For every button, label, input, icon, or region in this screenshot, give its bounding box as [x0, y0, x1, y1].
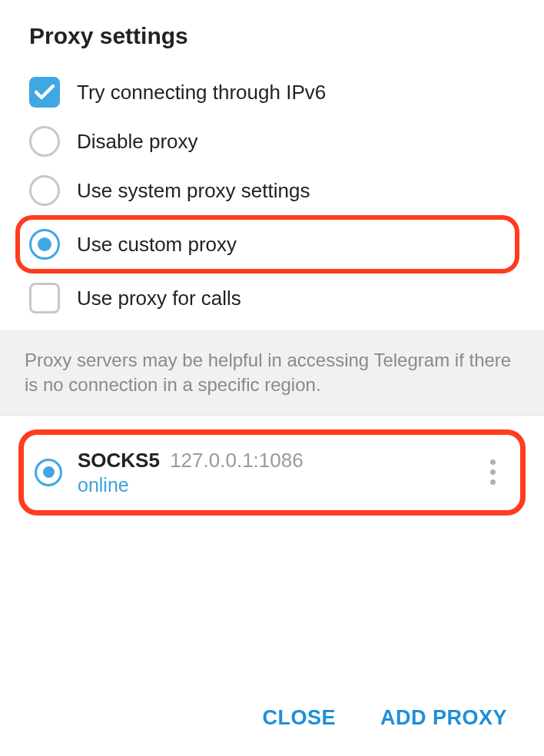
- close-button[interactable]: CLOSE: [262, 706, 336, 730]
- option-custom-proxy[interactable]: Use custom proxy: [15, 215, 519, 274]
- option-label: Use proxy for calls: [77, 287, 241, 310]
- option-ipv6[interactable]: Try connecting through IPv6: [29, 68, 515, 117]
- proxy-info: SOCKS5 127.0.0.1:1086 online: [78, 449, 482, 496]
- checkbox-unchecked-icon: [29, 283, 60, 313]
- info-text: Proxy servers may be helpful in accessin…: [0, 330, 544, 416]
- proxy-address: 127.0.0.1:1086: [170, 449, 304, 472]
- option-proxy-for-calls[interactable]: Use proxy for calls: [29, 274, 515, 323]
- checkbox-checked-icon: [29, 77, 60, 108]
- dialog-footer: CLOSE ADD PROXY: [0, 686, 544, 756]
- option-disable-proxy[interactable]: Disable proxy: [29, 117, 515, 166]
- proxy-protocol: SOCKS5: [78, 449, 160, 472]
- proxy-status: online: [78, 474, 482, 496]
- add-proxy-button[interactable]: ADD PROXY: [380, 706, 507, 730]
- radio-unselected-icon: [29, 126, 60, 157]
- kebab-menu-icon[interactable]: [482, 459, 503, 485]
- option-label: Use custom proxy: [77, 233, 237, 257]
- options-list: Try connecting through IPv6 Disable prox…: [0, 68, 544, 330]
- proxy-entry[interactable]: SOCKS5 127.0.0.1:1086 online: [18, 429, 526, 516]
- option-label: Use system proxy settings: [77, 179, 310, 203]
- option-label: Try connecting through IPv6: [77, 81, 326, 104]
- option-label: Disable proxy: [77, 130, 198, 154]
- radio-unselected-icon: [29, 175, 60, 206]
- radio-selected-icon: [29, 229, 60, 260]
- radio-selected-icon: [35, 459, 62, 486]
- proxy-list: SOCKS5 127.0.0.1:1086 online: [0, 416, 544, 516]
- option-system-proxy[interactable]: Use system proxy settings: [29, 166, 515, 215]
- page-title: Proxy settings: [0, 0, 544, 68]
